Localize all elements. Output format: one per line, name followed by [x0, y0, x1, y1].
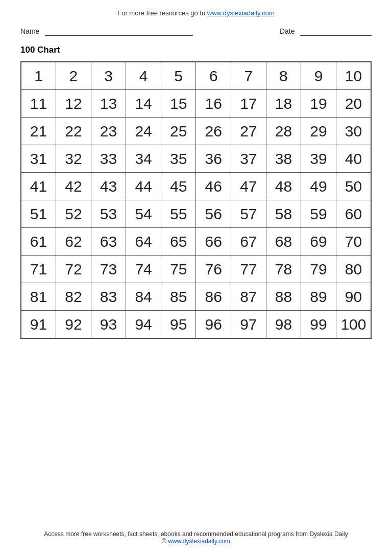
name-field: Name	[20, 26, 193, 36]
chart-cell: 1	[21, 62, 56, 90]
chart-cell: 50	[336, 173, 371, 200]
chart-cell: 58	[266, 200, 301, 228]
footer-copyright: ©	[162, 538, 168, 545]
table-row: 41424344454647484950	[21, 173, 371, 200]
table-row: 12345678910	[21, 62, 371, 90]
chart-cell: 97	[231, 311, 266, 339]
chart-cell: 74	[126, 256, 161, 283]
chart-cell: 39	[301, 145, 336, 173]
chart-cell: 68	[266, 228, 301, 256]
date-label: Date	[280, 27, 295, 35]
chart-cell: 71	[21, 256, 56, 283]
chart-cell: 29	[301, 118, 336, 145]
chart-cell: 89	[301, 283, 336, 311]
name-line	[45, 26, 193, 36]
chart-cell: 48	[266, 173, 301, 200]
chart-cell: 84	[126, 283, 161, 311]
chart-cell: 81	[21, 283, 56, 311]
chart-cell: 19	[301, 90, 336, 118]
chart-cell: 83	[91, 283, 126, 311]
chart-cell: 75	[161, 256, 196, 283]
chart-cell: 54	[126, 200, 161, 228]
chart-cell: 65	[161, 228, 196, 256]
table-row: 71727374757677787980	[21, 256, 371, 283]
chart-cell: 9	[301, 62, 336, 90]
chart-cell: 22	[56, 118, 91, 145]
chart-cell: 82	[56, 283, 91, 311]
chart-cell: 11	[21, 90, 56, 118]
chart-cell: 77	[231, 256, 266, 283]
chart-cell: 20	[336, 90, 371, 118]
chart-cell: 41	[21, 173, 56, 200]
chart-cell: 90	[336, 283, 371, 311]
chart-cell: 53	[91, 200, 126, 228]
chart-cell: 72	[56, 256, 91, 283]
chart-cell: 42	[56, 173, 91, 200]
chart-cell: 23	[91, 118, 126, 145]
chart-cell: 47	[231, 173, 266, 200]
footer-link[interactable]: www.dyslexiadaily.com	[168, 538, 230, 545]
table-row: 31323334353637383940	[21, 145, 371, 173]
chart-cell: 10	[336, 62, 371, 90]
chart-cell: 73	[91, 256, 126, 283]
chart-cell: 66	[196, 228, 231, 256]
chart-cell: 7	[231, 62, 266, 90]
chart-cell: 36	[196, 145, 231, 173]
chart-cell: 2	[56, 62, 91, 90]
chart-cell: 6	[196, 62, 231, 90]
chart-cell: 33	[91, 145, 126, 173]
table-row: 919293949596979899100	[21, 311, 371, 339]
footer-main-text: Access more free worksheets, fact sheets…	[44, 530, 348, 538]
chart-cell: 38	[266, 145, 301, 173]
chart-cell: 37	[231, 145, 266, 173]
chart-cell: 5	[161, 62, 196, 90]
chart-cell: 31	[21, 145, 56, 173]
table-row: 21222324252627282930	[21, 118, 371, 145]
chart-cell: 100	[336, 311, 371, 339]
chart-cell: 14	[126, 90, 161, 118]
chart-cell: 76	[196, 256, 231, 283]
chart-cell: 27	[231, 118, 266, 145]
chart-cell: 85	[161, 283, 196, 311]
hundred-chart: 1234567891011121314151617181920212223242…	[20, 61, 372, 339]
chart-cell: 95	[161, 311, 196, 339]
chart-cell: 80	[336, 256, 371, 283]
chart-cell: 43	[91, 173, 126, 200]
date-line	[300, 26, 372, 36]
chart-cell: 13	[91, 90, 126, 118]
chart-cell: 94	[126, 311, 161, 339]
header-link[interactable]: www.dyslexiadaily.com	[207, 9, 275, 17]
chart-cell: 87	[231, 283, 266, 311]
chart-cell: 96	[196, 311, 231, 339]
table-row: 81828384858687888990	[21, 283, 371, 311]
chart-cell: 35	[161, 145, 196, 173]
chart-cell: 44	[126, 173, 161, 200]
chart-title: 100 Chart	[20, 45, 60, 55]
name-date-row: Name Date	[20, 26, 372, 36]
chart-cell: 30	[336, 118, 371, 145]
header-text: For more free resources go to www.dyslex…	[117, 9, 275, 17]
name-label: Name	[20, 27, 39, 35]
chart-cell: 49	[301, 173, 336, 200]
footer-text: Access more free worksheets, fact sheets…	[44, 525, 348, 545]
chart-cell: 32	[56, 145, 91, 173]
chart-cell: 34	[126, 145, 161, 173]
chart-cell: 57	[231, 200, 266, 228]
table-row: 11121314151617181920	[21, 90, 371, 118]
chart-cell: 3	[91, 62, 126, 90]
chart-cell: 60	[336, 200, 371, 228]
chart-cell: 16	[196, 90, 231, 118]
chart-cell: 8	[266, 62, 301, 90]
chart-cell: 69	[301, 228, 336, 256]
header-prefix: For more free resources go to	[117, 9, 207, 17]
chart-cell: 21	[21, 118, 56, 145]
chart-cell: 92	[56, 311, 91, 339]
chart-cell: 99	[301, 311, 336, 339]
chart-cell: 79	[301, 256, 336, 283]
chart-cell: 78	[266, 256, 301, 283]
chart-cell: 24	[126, 118, 161, 145]
chart-cell: 91	[21, 311, 56, 339]
chart-cell: 88	[266, 283, 301, 311]
chart-cell: 55	[161, 200, 196, 228]
chart-cell: 61	[21, 228, 56, 256]
